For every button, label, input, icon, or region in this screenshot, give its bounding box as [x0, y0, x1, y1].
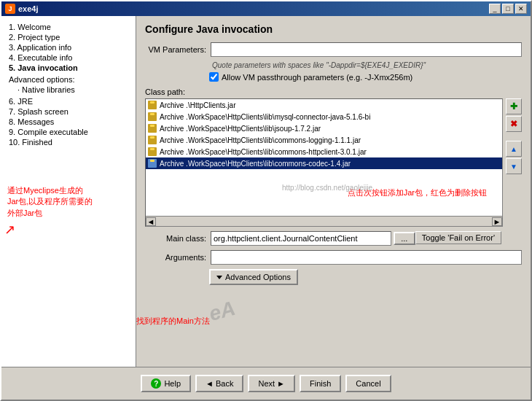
- sidebar-annotation-arrow: ↗: [4, 222, 95, 238]
- list-item[interactable]: Archive .WorkSpace\HttpClients\lib\mysql…: [146, 111, 502, 122]
- sidebar-item-exe-info[interactable]: 4. Executable info: [7, 52, 130, 63]
- back-button[interactable]: ◄ Back: [195, 375, 243, 392]
- list-item-text: Archive .WorkSpace\HttpClients\lib\commo…: [160, 148, 367, 156]
- list-item[interactable]: Archive .\HttpClients.jar: [146, 99, 502, 111]
- h-scrollbar-row: ◄ ►: [146, 216, 502, 226]
- close-button[interactable]: ✕: [515, 4, 527, 14]
- cancel-button[interactable]: Cancel: [345, 375, 391, 392]
- classpath-side-buttons: ✚ ✖ ▲ ▼: [506, 98, 522, 227]
- next-button[interactable]: Next ►: [248, 375, 295, 392]
- title-bar-left: J exe4j: [5, 4, 39, 14]
- jar-icon: [147, 135, 157, 145]
- finish-label: Finish: [310, 379, 331, 388]
- main-content: Configure Java invocation VM Parameters:…: [136, 16, 531, 367]
- vm-params-hint: Quote parameters with spaces like "-Dapp…: [212, 61, 522, 69]
- sidebar-item-app-info[interactable]: 3. Application info: [7, 42, 130, 52]
- bottom-bar: ? Help ◄ Back Next ► Finish Cancel: [1, 367, 531, 400]
- jar-icon: [147, 123, 157, 133]
- h-scrollbar-track: [156, 218, 492, 225]
- list-item-text: Archive .WorkSpace\HttpClients\lib\commo…: [160, 136, 361, 144]
- bottom-buttons: ? Help ◄ Back Next ► Finish Cancel: [9, 371, 523, 396]
- cancel-label: Cancel: [356, 379, 380, 388]
- classpath-container: Archive .\HttpClients.jar Archive .WorkS…: [145, 98, 522, 227]
- list-item-text: Archive .WorkSpace\HttpClients\lib\mysql…: [160, 113, 370, 121]
- arguments-label: Arguments:: [145, 253, 211, 262]
- title-bar: J exe4j _ □ ✕: [1, 1, 531, 16]
- remove-classpath-button[interactable]: ✖: [506, 116, 522, 132]
- sidebar-item-finished[interactable]: 10. Finished: [7, 137, 130, 147]
- watermark: eA: [206, 297, 238, 326]
- sidebar: 1. Welcome 2. Project type 3. Applicatio…: [1, 16, 136, 367]
- content-area: 1. Welcome 2. Project type 3. Applicatio…: [1, 16, 531, 367]
- list-item-text: Archive .\HttpClients.jar: [160, 101, 235, 109]
- vm-params-input[interactable]: [211, 42, 522, 57]
- scroll-left-btn[interactable]: ◄: [146, 217, 156, 226]
- advanced-options-button[interactable]: Advanced Options: [209, 269, 298, 285]
- next-label: Next ►: [258, 379, 285, 388]
- jar-icon: [147, 100, 157, 110]
- list-item-text: Archive .WorkSpace\HttpClients\lib\jsoup…: [160, 125, 321, 133]
- sidebar-item-native-libs[interactable]: · Native libraries: [7, 85, 130, 95]
- arguments-input[interactable]: [211, 250, 522, 265]
- sidebar-item-welcome[interactable]: 1. Welcome: [7, 22, 130, 32]
- main-class-label: Main class:: [145, 234, 211, 243]
- advanced-options-label: Advanced Options: [225, 273, 291, 281]
- dropdown-arrow-icon: [216, 276, 222, 279]
- maximize-button[interactable]: □: [502, 4, 514, 14]
- jar-icon: [147, 112, 157, 122]
- advanced-options-row: Advanced Options: [209, 269, 522, 285]
- classpath-label: Class path:: [145, 87, 522, 96]
- classpath-list-wrapper: Archive .\HttpClients.jar Archive .WorkS…: [145, 98, 503, 227]
- main-class-browse-button[interactable]: ...: [394, 232, 415, 245]
- sidebar-item-jre[interactable]: 6. JRE: [7, 96, 130, 106]
- list-item[interactable]: Archive .WorkSpace\HttpClients\lib\commo…: [146, 146, 502, 157]
- sidebar-item-splash[interactable]: 7. Splash screen: [7, 106, 130, 117]
- list-item[interactable]: Archive .WorkSpace\HttpClients\lib\jsoup…: [146, 122, 502, 134]
- toggle-fail-on-error-button[interactable]: Toggle 'Fail on Error': [415, 231, 501, 244]
- sidebar-advanced-label: Advanced options:: [7, 74, 130, 85]
- vm-passthrough-label: Allow VM passthrough parameters (e.g. -J…: [222, 73, 412, 82]
- app-icon: J: [5, 4, 15, 14]
- window-title: exe4j: [18, 4, 39, 13]
- sidebar-item-java-invocation[interactable]: 5. Java invocation: [7, 63, 130, 73]
- vm-passthrough-checkbox[interactable]: [209, 72, 219, 82]
- sidebar-item-project-type[interactable]: 2. Project type: [7, 32, 130, 42]
- section-title: Configure Java invocation: [145, 23, 522, 35]
- checkbox-row: Allow VM passthrough parameters (e.g. -J…: [209, 72, 522, 82]
- back-label: ◄ Back: [206, 379, 233, 388]
- list-item-text: Archive .WorkSpace\HttpClients\lib\commo…: [160, 160, 351, 168]
- help-icon: ?: [151, 378, 161, 389]
- main-class-input[interactable]: [211, 231, 391, 246]
- sidebar-item-compile[interactable]: 9. Compile executable: [7, 127, 130, 137]
- minimize-button[interactable]: _: [489, 4, 501, 14]
- finish-button[interactable]: Finish: [300, 375, 341, 392]
- vm-params-label: VM Parameters:: [145, 45, 211, 54]
- list-item[interactable]: Archive .WorkSpace\HttpClients\lib\commo…: [146, 157, 502, 169]
- move-down-button[interactable]: ▼: [506, 158, 522, 174]
- scroll-right-btn[interactable]: ►: [492, 217, 502, 226]
- sidebar-annotation-jarpack: 通过Myeclipse生成的Jar包,以及程序所需要的外部Jar包: [4, 184, 95, 220]
- main-window: J exe4j _ □ ✕ 1. Welcome 2. Project type…: [0, 0, 532, 401]
- move-up-button[interactable]: ▲: [506, 141, 522, 157]
- list-item[interactable]: Archive .WorkSpace\HttpClients\lib\commo…: [146, 134, 502, 146]
- arguments-row: Arguments:: [145, 250, 522, 265]
- title-bar-buttons: _ □ ✕: [489, 4, 527, 14]
- main-class-row: Main class: ...: [145, 231, 415, 246]
- classpath-annotation: 点击次按钮添加Jar包，红色为删除按钮: [348, 187, 487, 198]
- help-button[interactable]: ? Help: [141, 375, 191, 392]
- main-method-annotation: 找到程序的Main方法: [136, 316, 210, 327]
- classpath-list[interactable]: Archive .\HttpClients.jar Archive .WorkS…: [146, 99, 502, 216]
- jar-icon: [147, 158, 157, 168]
- help-label: Help: [164, 379, 181, 388]
- vm-parameters-row: VM Parameters:: [145, 42, 522, 57]
- jar-icon: [147, 147, 157, 157]
- add-classpath-button[interactable]: ✚: [506, 98, 522, 114]
- sidebar-item-messages[interactable]: 8. Messages: [7, 117, 130, 127]
